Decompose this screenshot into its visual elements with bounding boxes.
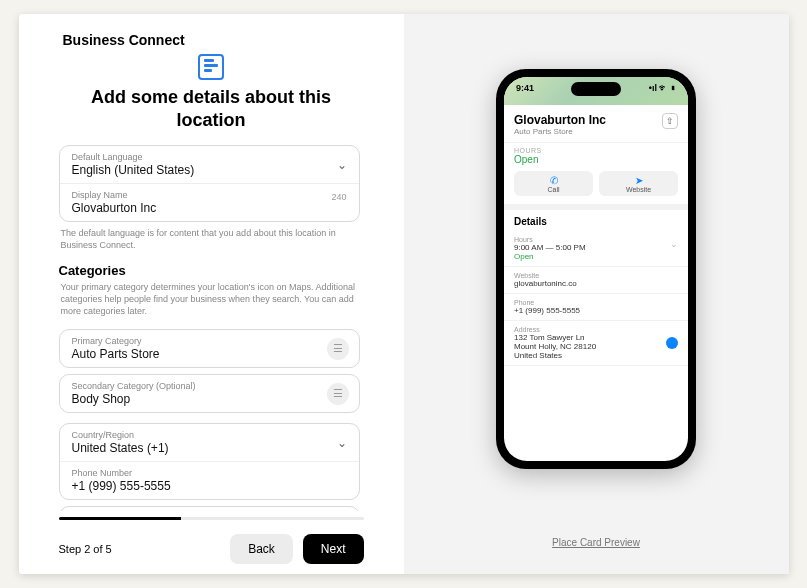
secondary-category-input[interactable]: Secondary Category (Optional) Body Shop … [60, 375, 359, 412]
display-name-count: 240 [331, 192, 346, 202]
chevron-down-icon: ⌄ [337, 158, 347, 172]
phone-input[interactable]: Phone Number +1 (999) 555-5555 [60, 461, 359, 499]
country-select[interactable]: Country/Region United States (+1) ⌄ [60, 424, 359, 461]
call-button: ✆ Call [514, 171, 593, 196]
default-language-select[interactable]: Default Language English (United States)… [60, 146, 359, 183]
status-time: 9:41 [516, 83, 534, 105]
brand-text: Business Connect [63, 32, 185, 48]
language-hint: The default language is for content that… [61, 228, 358, 251]
chevron-down-icon: ⌄ [670, 239, 678, 249]
phone-value: +1 (999) 555-5555 [72, 479, 347, 493]
country-label: Country/Region [72, 430, 347, 440]
primary-category-label: Primary Category [72, 336, 347, 346]
preview-address: Address 132 Tom Sawyer Ln Mount Holly, N… [504, 321, 688, 366]
secondary-category-label: Secondary Category (Optional) [72, 381, 347, 391]
secondary-category-value: Body Shop [72, 392, 347, 406]
compass-icon: ➤ [599, 175, 678, 186]
phone-label: Phone Number [72, 468, 347, 478]
categories-hint: Your primary category determines your lo… [61, 282, 358, 317]
preview-open-status: Open [514, 154, 678, 165]
preview-phone: Phone +1 (999) 555-5555 [504, 294, 688, 321]
preview-business-name: Glovaburton Inc [514, 113, 678, 127]
preview-hours-label: HOURS [514, 147, 678, 154]
preview-hours: Hours 9:00 AM — 5:00 PM Open ⌄ [504, 231, 688, 267]
website-input[interactable]: Website (Optional) www.glovaburtoninc.co… [60, 507, 359, 511]
next-button[interactable]: Next [303, 534, 364, 564]
category-icon: ☰ [327, 338, 349, 360]
category-icon: ☰ [327, 383, 349, 405]
brand: Business Connect [59, 32, 364, 48]
page-icon [198, 54, 224, 80]
categories-heading: Categories [59, 263, 360, 278]
country-value: United States (+1) [72, 441, 347, 455]
default-language-value: English (United States) [72, 163, 347, 177]
preview-business-category: Auto Parts Store [514, 127, 678, 136]
progress-bar [59, 517, 364, 520]
preview-details-heading: Details [504, 204, 688, 231]
preview-website: Website glovaburtoninc.co [504, 267, 688, 294]
back-button[interactable]: Back [230, 534, 293, 564]
navigate-icon [666, 337, 678, 349]
display-name-input[interactable]: Display Name Glovaburton Inc 240 [60, 183, 359, 221]
primary-category-input[interactable]: Primary Category Auto Parts Store ☰ [60, 330, 359, 367]
page-title: Add some details about this location [59, 86, 364, 131]
status-icons: •ıl ᯤ ▮ [649, 83, 676, 105]
phone-notch [571, 82, 621, 96]
share-icon: ⇧ [662, 113, 678, 129]
website-button: ➤ Website [599, 171, 678, 196]
display-name-value: Glovaburton Inc [72, 201, 347, 215]
chevron-down-icon: ⌄ [337, 436, 347, 450]
default-language-label: Default Language [72, 152, 347, 162]
step-indicator: Step 2 of 5 [59, 543, 112, 555]
phone-icon: ✆ [514, 175, 593, 186]
primary-category-value: Auto Parts Store [72, 347, 347, 361]
preview-caption[interactable]: Place Card Preview [552, 537, 640, 548]
display-name-label: Display Name [72, 190, 347, 200]
phone-preview: 9:41 •ıl ᯤ ▮ Glovaburton Inc Auto Parts … [496, 69, 696, 469]
